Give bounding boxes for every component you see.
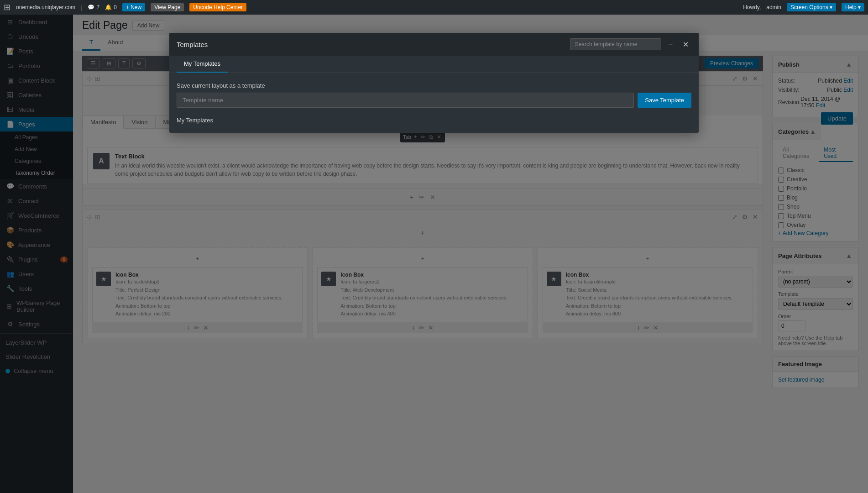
adminbar-comments[interactable]: 💬 7 [88,4,99,10]
adminbar-site[interactable]: onemedia.uniqlayer.com [16,4,75,10]
modal-tabs: My Templates [169,56,699,73]
adminbar-notifications[interactable]: 🔔 0 [105,4,117,10]
modal-overlay[interactable]: Templates − ✕ My Templates Save current … [0,15,868,493]
adminbar-help-center-btn[interactable]: Uncode Help Center [189,3,246,11]
wp-logo[interactable]: ⊞ [4,2,10,12]
modal-title: Templates [177,41,208,48]
modal-header: Templates − ✕ [169,33,699,56]
screen-options-btn[interactable]: Screen Options ▾ [787,3,836,11]
modal-save-label: Save current layout as a template [177,82,691,89]
modal-input-row: Save Template [177,93,691,108]
help-btn[interactable]: Help ▾ [842,3,864,11]
modal-search-input[interactable] [570,38,661,50]
adminbar-new-btn[interactable]: + New [122,3,145,11]
templates-modal: Templates − ✕ My Templates Save current … [169,33,699,133]
template-name-input[interactable] [177,93,634,108]
modal-minimize-btn[interactable]: − [666,39,675,49]
adminbar-right: Howdy, admin Screen Options ▾ Help ▾ [743,3,864,11]
modal-save-section: Save current layout as a template Save T… [177,82,691,108]
modal-templates-section-label: My Templates [177,117,691,124]
adminbar-view-page-btn[interactable]: View Page [151,3,184,11]
modal-body: Save current layout as a template Save T… [169,73,699,133]
admin-bar: ⊞ onemedia.uniqlayer.com | 💬 7 🔔 0 + New… [0,0,868,15]
modal-header-right: − ✕ [570,38,691,50]
modal-close-btn[interactable]: ✕ [680,39,691,50]
save-template-btn[interactable]: Save Template [638,93,691,108]
modal-tab-my-templates[interactable]: My Templates [177,56,228,73]
